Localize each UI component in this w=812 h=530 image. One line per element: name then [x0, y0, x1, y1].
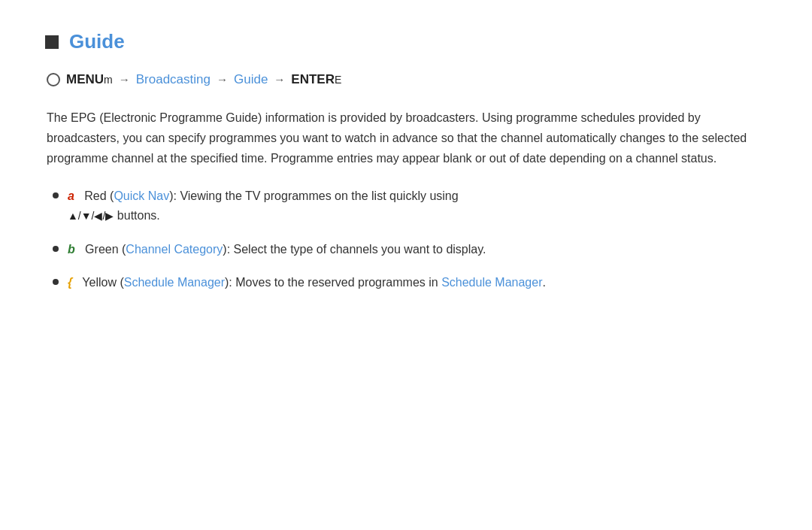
menu-suffix: m — [104, 74, 113, 86]
bullet-content-schedulemanager: { Yellow (Schedule Manager): Moves to th… — [68, 273, 767, 292]
arrow-2: → — [217, 71, 228, 89]
menu-circle-icon — [47, 73, 60, 86]
schedule-manager-link-2[interactable]: Schedule Manager — [441, 276, 542, 289]
description-text: The EPG (Electronic Programme Guide) inf… — [47, 108, 767, 169]
bullet-content-quicknav: a Red (Quick Nav): Viewing the TV progra… — [68, 186, 767, 226]
page-container: Guide MENUm → Broadcasting → Guide → ENT… — [45, 23, 767, 293]
enter-label: ENTERE — [291, 70, 341, 89]
arrow-1: → — [119, 71, 130, 89]
section-header: Guide — [45, 30, 767, 53]
bullet-dot-icon — [53, 192, 59, 198]
bullet-content-channelcategory: b Green (Channel Category): Select the t… — [68, 240, 767, 259]
schedule-manager-link-1[interactable]: Schedule Manager — [124, 276, 225, 289]
color-letter-green: b — [68, 243, 75, 256]
bullet-list: a Red (Quick Nav): Viewing the TV progra… — [53, 186, 767, 293]
channel-category-link[interactable]: Channel Category — [126, 243, 223, 256]
section-icon — [45, 35, 59, 49]
bullet-dot-icon — [53, 246, 59, 252]
enter-suffix: E — [335, 74, 341, 86]
menu-path: MENUm → Broadcasting → Guide → ENTERE — [47, 70, 767, 89]
broadcasting-link[interactable]: Broadcasting — [136, 70, 211, 89]
quick-nav-link[interactable]: Quick Nav — [114, 189, 169, 202]
nav-arrows: ▲/▼/◀/▶ — [68, 210, 114, 222]
menu-label: MENUm — [66, 70, 113, 89]
list-item: { Yellow (Schedule Manager): Moves to th… — [53, 273, 767, 292]
bullet-dot-icon — [53, 279, 59, 285]
arrow-3: → — [274, 71, 285, 89]
color-letter-red: a — [68, 189, 74, 202]
list-item: b Green (Channel Category): Select the t… — [53, 240, 767, 259]
section-title: Guide — [69, 30, 125, 53]
guide-link[interactable]: Guide — [234, 70, 268, 89]
color-letter-yellow: { — [68, 276, 72, 289]
list-item: a Red (Quick Nav): Viewing the TV progra… — [53, 186, 767, 226]
